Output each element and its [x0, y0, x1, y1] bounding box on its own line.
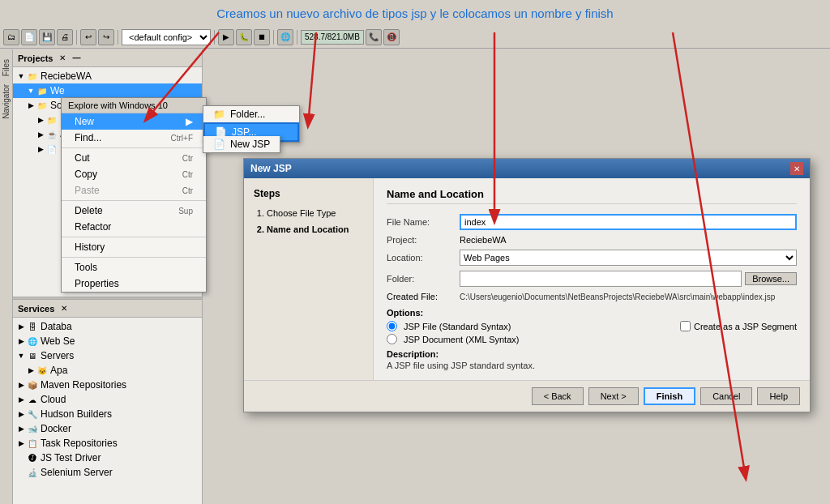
- shortcut: Ctr: [182, 186, 193, 195]
- tree-item-we[interactable]: ▼ 📁 We: [13, 83, 202, 98]
- ctx-label: Properties: [75, 278, 119, 289]
- ctx-delete[interactable]: Delete Sup: [62, 203, 206, 219]
- hudson-icon: 🔧: [26, 408, 39, 421]
- services-panel-header: Services ✕: [13, 300, 202, 318]
- submenu-folder[interactable]: 📁 Folder...: [203, 106, 299, 122]
- toolbar: 🗂 📄 💾 🖨 ↩ ↪ <default config> ▶ 🐛 ⏹ 🌐 528…: [0, 26, 830, 49]
- sep1: [76, 30, 77, 45]
- svc-maven[interactable]: ▶📦Maven Repositories: [13, 378, 202, 392]
- toolbar-btn-call[interactable]: 📞: [366, 29, 382, 45]
- projects-minimize[interactable]: —: [72, 53, 80, 62]
- svc-servers[interactable]: ▼🖥Servers: [13, 348, 202, 363]
- desc-label: Description:: [387, 349, 797, 359]
- dialog-close-button[interactable]: ✕: [790, 162, 803, 175]
- tab-navigator[interactable]: Navigator: [1, 81, 11, 122]
- ctx-copy[interactable]: Copy Ctr: [62, 166, 206, 182]
- options-section: Options: JSP File (Standard Syntax) Crea…: [387, 308, 797, 344]
- toolbar-btn-stop[interactable]: ⏹: [254, 29, 270, 45]
- expander: ▼: [26, 87, 36, 95]
- shortcut: Ctrl+F: [171, 134, 194, 143]
- svc-label: Hudson Builders: [41, 408, 112, 420]
- svc-cloud[interactable]: ▶☁Cloud: [13, 392, 202, 407]
- ctx-new[interactable]: New ▶: [62, 113, 206, 130]
- svc-label: Cloud: [41, 394, 66, 405]
- next-button[interactable]: Next >: [588, 387, 639, 405]
- project-icon: 📁: [26, 70, 39, 83]
- help-button[interactable]: Help: [757, 387, 800, 405]
- ctx-history[interactable]: History: [62, 239, 206, 255]
- ctx-cut[interactable]: Cut Ctr: [62, 150, 206, 166]
- step-2: Name and Location: [267, 222, 363, 238]
- maven-icon: 📦: [26, 378, 39, 391]
- services-tab-x[interactable]: ✕: [61, 304, 67, 313]
- radio-xml[interactable]: [387, 334, 397, 344]
- toolbar-btn-4[interactable]: 🖨: [57, 29, 73, 45]
- toolbar-btn-2[interactable]: 📄: [21, 29, 37, 45]
- ctx-properties[interactable]: Properties: [62, 275, 206, 292]
- toolbar-btn-3[interactable]: 💾: [39, 29, 55, 45]
- exp: ▼: [16, 352, 26, 360]
- project-value: ReciebeWA: [460, 235, 797, 245]
- back-button[interactable]: < Back: [532, 387, 584, 405]
- expander: ▶: [26, 101, 36, 109]
- svc-databa[interactable]: ▶🗄Databa: [13, 319, 202, 334]
- shortcut: Ctr: [182, 170, 193, 179]
- toolbar-btn-run[interactable]: ▶: [218, 29, 234, 45]
- services-tree: ▶🗄Databa ▶🌐Web Se ▼🖥Servers ▶🐱Apa ▶📦Mave…: [13, 318, 202, 504]
- context-menu: Explore with Windows 10 New ▶ Find... Ct…: [61, 97, 207, 293]
- exp: ▶: [16, 337, 26, 345]
- cancel-button[interactable]: Cancel: [700, 387, 752, 405]
- steps-title: Steps: [254, 188, 363, 199]
- toolbar-btn-debug[interactable]: 🐛: [236, 29, 252, 45]
- dialog-steps-panel: Steps Choose File Type Name and Location: [244, 178, 374, 380]
- radio-standard[interactable]: [387, 321, 397, 331]
- exp: ▶: [16, 410, 26, 418]
- sep5: [297, 30, 297, 45]
- svc-label: Selenium Server: [41, 467, 113, 478]
- browse-button[interactable]: Browse...: [745, 272, 797, 285]
- radio-standard-label: JSP File (Standard Syntax): [404, 322, 511, 331]
- exp: ▶: [16, 425, 26, 433]
- toolbar-btn-6[interactable]: ↪: [98, 29, 114, 45]
- svc-label: Web Se: [41, 335, 75, 347]
- svc-label: JS Test Driver: [41, 452, 101, 463]
- step-1: Choose File Type: [267, 206, 363, 222]
- tab-files[interactable]: Files: [1, 56, 11, 79]
- location-label: Location:: [387, 253, 460, 263]
- checkbox-segment-label: Create as a JSP Segment: [694, 322, 797, 331]
- options-title: Options:: [387, 308, 797, 318]
- created-file-value: C:\Users\eugenio\Documents\NetBeansProje…: [460, 293, 797, 301]
- location-select[interactable]: Web Pages: [460, 250, 797, 266]
- svc-docker[interactable]: ▶🐋Docker: [13, 421, 202, 436]
- server-icon: 🖥: [26, 349, 39, 362]
- svc-webse[interactable]: ▶🌐Web Se: [13, 334, 202, 348]
- tree-item-recibewa[interactable]: ▼ 📁 ReciebeWA: [13, 69, 202, 83]
- svc-selenium[interactable]: 🔬Selenium Server: [13, 465, 202, 480]
- projects-tab-x[interactable]: ✕: [59, 53, 66, 62]
- toolbar-btn-call2[interactable]: 📵: [383, 29, 400, 45]
- toolbar-btn-browser[interactable]: 🌐: [277, 29, 293, 45]
- ctx-find[interactable]: Find... Ctrl+F: [62, 130, 206, 146]
- folder-input[interactable]: [460, 271, 742, 287]
- toolbar-btn-1[interactable]: 🗂: [3, 29, 19, 45]
- svc-jstest[interactable]: 🅙JS Test Driver: [13, 451, 202, 465]
- toolbar-btn-5[interactable]: ↩: [80, 29, 96, 45]
- ctx-refactor[interactable]: Refactor: [62, 219, 206, 235]
- file-name-input[interactable]: [460, 214, 797, 230]
- expander: ▼: [16, 72, 26, 80]
- folder-icon: 📁: [36, 84, 49, 97]
- config-combo[interactable]: <default config>: [122, 29, 211, 45]
- ctx-tools[interactable]: Tools: [62, 259, 206, 275]
- exp: ▶: [26, 366, 36, 374]
- new-jsp-floating[interactable]: 📄 New JSP: [203, 136, 280, 153]
- finish-button[interactable]: Finish: [644, 387, 695, 405]
- submenu-label: Folder...: [230, 109, 265, 120]
- svc-apa[interactable]: ▶🐱Apa: [13, 363, 202, 378]
- ctx-label: Tools: [75, 262, 97, 273]
- ctx-label: Cut: [75, 152, 90, 164]
- svc-hudson[interactable]: ▶🔧Hudson Builders: [13, 407, 202, 421]
- svc-task[interactable]: ▶📋Task Repositories: [13, 436, 202, 451]
- radio-row-1: JSP File (Standard Syntax) Create as a J…: [387, 321, 797, 331]
- checkbox-segment[interactable]: [680, 321, 691, 331]
- shortcut: Sup: [178, 207, 193, 216]
